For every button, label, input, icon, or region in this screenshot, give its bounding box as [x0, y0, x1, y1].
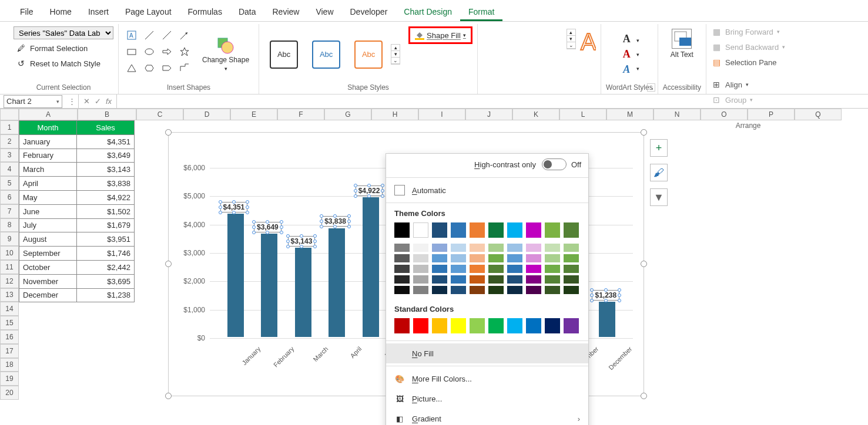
row-header[interactable]: 13	[0, 288, 19, 302]
color-swatch[interactable]	[470, 222, 485, 238]
color-swatch[interactable]	[564, 222, 579, 238]
send-backward-button[interactable]: ▦Send Backward▾	[711, 42, 785, 52]
color-swatch[interactable]	[470, 318, 485, 333]
color-swatch[interactable]	[564, 254, 579, 262]
color-swatch[interactable]	[526, 318, 541, 333]
chart-element-dropdown[interactable]: Series "Sales" Data Lab…	[14, 26, 113, 39]
tab-file[interactable]: File	[12, 2, 42, 21]
row-header[interactable]: 18	[0, 358, 19, 372]
color-swatch[interactable]	[526, 275, 541, 284]
color-swatch[interactable]	[413, 286, 428, 294]
cell[interactable]: $1,238	[77, 288, 135, 302]
tab-insert[interactable]: Insert	[80, 2, 117, 21]
cell[interactable]: $4,922	[77, 190, 135, 204]
color-swatch[interactable]	[394, 318, 410, 333]
shape-elbow[interactable]	[176, 60, 193, 76]
shape-textbox[interactable]: A	[123, 28, 140, 43]
cell[interactable]: $2,442	[77, 260, 135, 274]
color-swatch[interactable]	[507, 265, 522, 273]
color-swatch[interactable]	[545, 286, 560, 294]
shape-line2[interactable]	[159, 28, 175, 43]
color-swatch[interactable]	[507, 275, 522, 284]
chart-styles-button[interactable]: 🖌	[650, 164, 668, 181]
resize-handle[interactable]	[165, 261, 172, 267]
fx-icon[interactable]: fx	[106, 97, 112, 106]
resize-handle[interactable]	[165, 393, 172, 399]
color-swatch[interactable]	[394, 286, 410, 294]
data-label[interactable]: $3,649	[254, 222, 281, 232]
color-swatch[interactable]	[507, 244, 522, 252]
col-header[interactable]: O	[701, 109, 748, 120]
data-label[interactable]: $3,838	[321, 216, 349, 227]
cell[interactable]: $4,351	[77, 134, 135, 149]
tab-review[interactable]: Review	[264, 2, 308, 21]
style-gallery-scroller[interactable]: ▴▾⌄	[391, 44, 400, 65]
style-preset-3[interactable]: Abc	[354, 41, 383, 69]
color-swatch[interactable]	[488, 286, 504, 294]
shape-pent[interactable]	[159, 60, 175, 76]
color-swatch[interactable]	[451, 244, 466, 252]
no-fill-option[interactable]: No Fill	[386, 343, 588, 363]
cell[interactable]: $3,695	[77, 274, 135, 288]
text-fill-button[interactable]: A	[619, 32, 634, 47]
row-header[interactable]: 7	[0, 204, 19, 218]
style-preset-1[interactable]: Abc	[270, 41, 298, 69]
color-swatch[interactable]	[394, 275, 410, 284]
high-contrast-toggle[interactable]: Off	[542, 158, 581, 170]
color-swatch[interactable]	[394, 244, 410, 252]
color-swatch[interactable]	[451, 254, 466, 262]
color-swatch[interactable]	[564, 244, 579, 252]
cell[interactable]: April	[19, 177, 77, 191]
color-swatch[interactable]	[451, 286, 466, 294]
selection-pane-button[interactable]: ▤Selection Pane	[711, 57, 785, 68]
shape-hex[interactable]	[141, 60, 157, 76]
row-header[interactable]: 11	[0, 260, 19, 274]
color-swatch[interactable]	[413, 265, 428, 273]
color-swatch[interactable]	[451, 222, 466, 238]
tab-chart-design[interactable]: Chart Design	[396, 2, 460, 21]
cell[interactable]: February	[19, 149, 77, 163]
resize-handle[interactable]	[641, 393, 647, 399]
color-swatch[interactable]	[470, 244, 485, 252]
color-swatch[interactable]	[526, 286, 541, 294]
tab-formulas[interactable]: Formulas	[180, 2, 230, 21]
shape-arrow[interactable]	[176, 28, 193, 43]
row-header[interactable]: 16	[0, 330, 19, 344]
cell[interactable]: $3,649	[77, 149, 135, 163]
color-swatch[interactable]	[564, 265, 579, 273]
cell[interactable]: November	[19, 274, 77, 288]
chevron-down-icon[interactable]: ▾	[636, 66, 639, 72]
row-header[interactable]: 1	[0, 120, 19, 134]
col-header[interactable]: F	[277, 109, 324, 120]
row-header[interactable]: 12	[0, 274, 19, 288]
resize-handle[interactable]	[165, 129, 172, 136]
color-swatch[interactable]	[488, 275, 504, 284]
row-header[interactable]: 10	[0, 246, 19, 260]
chart-bar[interactable]	[295, 248, 311, 337]
toggle-switch[interactable]	[542, 158, 567, 170]
color-swatch[interactable]	[394, 222, 410, 238]
color-swatch[interactable]	[470, 254, 485, 262]
cancel-icon[interactable]: ✕	[83, 97, 90, 106]
tab-home[interactable]: Home	[42, 2, 80, 21]
color-swatch[interactable]	[507, 254, 522, 262]
col-header[interactable]: J	[465, 109, 512, 120]
automatic-option[interactable]: Automatic	[386, 180, 588, 200]
shape-oval[interactable]	[141, 44, 157, 59]
color-swatch[interactable]	[488, 318, 504, 333]
chevron-down-icon[interactable]: ▾	[636, 52, 639, 58]
tab-format[interactable]: Format	[460, 2, 502, 21]
data-label[interactable]: $3,143	[288, 236, 316, 247]
col-header[interactable]: Q	[795, 109, 842, 120]
col-header[interactable]: G	[324, 109, 371, 120]
row-header[interactable]: 14	[0, 302, 19, 316]
shape-rect[interactable]	[123, 44, 140, 59]
color-swatch[interactable]	[545, 265, 560, 273]
col-header[interactable]: P	[748, 109, 795, 120]
col-header[interactable]: K	[512, 109, 559, 120]
cell[interactable]: May	[19, 190, 77, 204]
row-header[interactable]: 8	[0, 218, 19, 232]
shape-triangle[interactable]	[123, 60, 140, 76]
enter-icon[interactable]: ✓	[95, 97, 101, 106]
col-header[interactable]: N	[653, 109, 701, 120]
